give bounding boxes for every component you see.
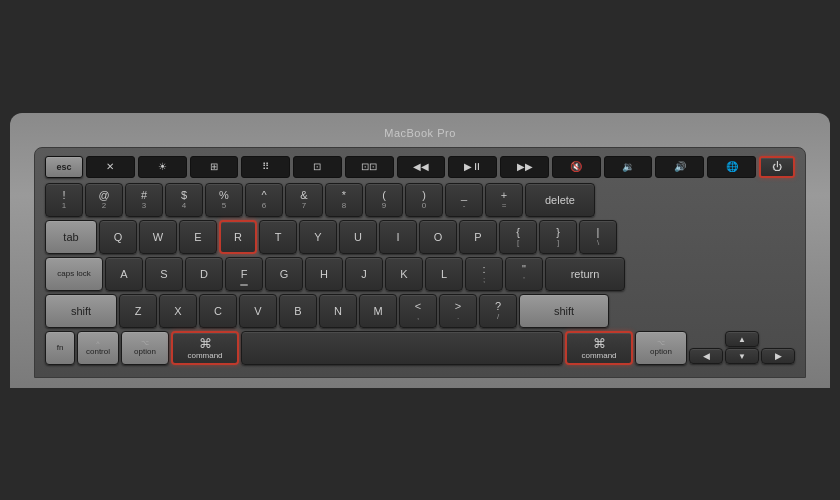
key-semicolon-sub: ;: [483, 275, 485, 284]
key-a[interactable]: A: [105, 257, 143, 291]
key-slash[interactable]: ?/: [479, 294, 517, 328]
key-1[interactable]: !1: [45, 183, 83, 217]
tb-kbd-bright2[interactable]: ⊡⊡: [345, 156, 394, 178]
key-a-label: A: [120, 268, 127, 280]
key-e[interactable]: E: [179, 220, 217, 254]
key-comma[interactable]: <,: [399, 294, 437, 328]
key-4-sub: 4: [182, 201, 186, 210]
tb-rewind[interactable]: ◀◀: [397, 156, 446, 178]
key-g[interactable]: G: [265, 257, 303, 291]
key-x[interactable]: X: [159, 294, 197, 328]
arrow-up-key[interactable]: ▲: [725, 331, 759, 347]
key-minus[interactable]: _-: [445, 183, 483, 217]
tb-brightness[interactable]: ☀: [138, 156, 187, 178]
key-0[interactable]: )0: [405, 183, 443, 217]
key-rbracket[interactable]: }]: [539, 220, 577, 254]
key-y-label: Y: [314, 231, 321, 243]
key-u[interactable]: U: [339, 220, 377, 254]
arrow-down-key[interactable]: ▼: [725, 348, 759, 364]
key-n[interactable]: N: [319, 294, 357, 328]
arrow-cluster: ◀ ▲ ▼ ▶: [689, 331, 795, 364]
tb-siri[interactable]: 🌐: [707, 156, 756, 178]
left-shift-key[interactable]: shift: [45, 294, 117, 328]
key-2-sub: 2: [102, 201, 106, 210]
tb-mute[interactable]: 🔇: [552, 156, 601, 178]
key-e-label: E: [194, 231, 201, 243]
key-equals[interactable]: +=: [485, 183, 523, 217]
tb-brightness-down[interactable]: ✕: [86, 156, 135, 178]
space-key[interactable]: [241, 331, 563, 365]
arrow-right-key[interactable]: ▶: [761, 348, 795, 364]
left-command-key[interactable]: ⌘command: [171, 331, 239, 365]
arrow-left-key[interactable]: ◀: [689, 348, 723, 364]
key-6[interactable]: ^6: [245, 183, 283, 217]
number-row: !1 @2 #3 $4 %5 ^6 &7 *8 (9 )0 _- += dele…: [45, 183, 795, 217]
right-command-key[interactable]: ⌘command: [565, 331, 633, 365]
tb-icon8: ▶⏸: [464, 161, 482, 172]
key-n-label: N: [334, 305, 342, 317]
key-v[interactable]: V: [239, 294, 277, 328]
key-lbracket-label: {: [516, 226, 520, 238]
key-7[interactable]: &7: [285, 183, 323, 217]
arrow-right-icon: ▶: [775, 351, 782, 361]
key-4[interactable]: $4: [165, 183, 203, 217]
key-k[interactable]: K: [385, 257, 423, 291]
tb-playpause[interactable]: ▶⏸: [448, 156, 497, 178]
key-t[interactable]: T: [259, 220, 297, 254]
delete-key[interactable]: delete: [525, 183, 595, 217]
key-f[interactable]: F: [225, 257, 263, 291]
key-d[interactable]: D: [185, 257, 223, 291]
key-p-label: P: [474, 231, 481, 243]
key-r[interactable]: R: [219, 220, 257, 254]
key-3[interactable]: #3: [125, 183, 163, 217]
right-option-key[interactable]: ⌥option: [635, 331, 687, 365]
key-backslash-label: |: [597, 226, 600, 238]
tab-key[interactable]: tab: [45, 220, 97, 254]
key-semicolon[interactable]: :;: [465, 257, 503, 291]
arrow-left-icon: ◀: [703, 351, 710, 361]
esc-key[interactable]: esc: [45, 156, 83, 178]
key-comma-sub: ,: [417, 312, 419, 321]
zxcv-row: shift Z X C V B N M <, >. ?/ shift: [45, 294, 795, 328]
key-6-sub: 6: [262, 201, 266, 210]
tb-missioncontrol[interactable]: ⊞: [190, 156, 239, 178]
key-w[interactable]: W: [139, 220, 177, 254]
key-h[interactable]: H: [305, 257, 343, 291]
key-o[interactable]: O: [419, 220, 457, 254]
key-y[interactable]: Y: [299, 220, 337, 254]
key-b[interactable]: B: [279, 294, 317, 328]
key-z[interactable]: Z: [119, 294, 157, 328]
tb-voldown[interactable]: 🔉: [604, 156, 653, 178]
tb-launchpad[interactable]: ⠿: [241, 156, 290, 178]
return-label: return: [571, 268, 600, 280]
key-5[interactable]: %5: [205, 183, 243, 217]
right-shift-key[interactable]: shift: [519, 294, 609, 328]
fn-key[interactable]: fn: [45, 331, 75, 365]
key-9[interactable]: (9: [365, 183, 403, 217]
key-q[interactable]: Q: [99, 220, 137, 254]
key-p[interactable]: P: [459, 220, 497, 254]
key-s[interactable]: S: [145, 257, 183, 291]
key-i[interactable]: I: [379, 220, 417, 254]
return-key[interactable]: return: [545, 257, 625, 291]
key-9-sub: 9: [382, 201, 386, 210]
key-l[interactable]: L: [425, 257, 463, 291]
key-8[interactable]: *8: [325, 183, 363, 217]
key-2[interactable]: @2: [85, 183, 123, 217]
tb-kbd-brightness[interactable]: ⊡: [293, 156, 342, 178]
power-key[interactable]: ⏻: [759, 156, 795, 178]
key-j[interactable]: J: [345, 257, 383, 291]
left-option-key[interactable]: ⌥option: [121, 331, 169, 365]
key-backslash[interactable]: |\: [579, 220, 617, 254]
tb-volup[interactable]: 🔊: [655, 156, 704, 178]
tb-ffwd[interactable]: ▶▶: [500, 156, 549, 178]
key-quote[interactable]: "': [505, 257, 543, 291]
key-l-label: L: [441, 268, 447, 280]
power-icon: ⏻: [772, 161, 782, 172]
key-m[interactable]: M: [359, 294, 397, 328]
key-lbracket[interactable]: {[: [499, 220, 537, 254]
control-key[interactable]: ^control: [77, 331, 119, 365]
key-period[interactable]: >.: [439, 294, 477, 328]
caps-lock-key[interactable]: caps lock: [45, 257, 103, 291]
key-c[interactable]: C: [199, 294, 237, 328]
